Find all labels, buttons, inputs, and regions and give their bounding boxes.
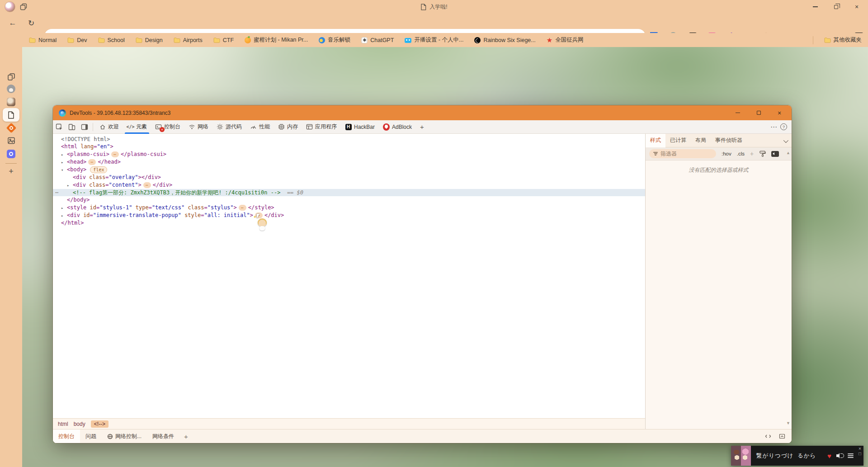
tab-hackbar[interactable]: H HackBar (341, 120, 379, 134)
bookmark-music-unlock[interactable]: 音乐解锁 (319, 36, 350, 44)
bookmark-r6[interactable]: Rainbow Six Siege... (474, 37, 535, 43)
red-star-icon: ★ (547, 37, 552, 43)
bookmark-bilibili[interactable]: 开播设置 - 个人中... (405, 36, 463, 44)
sidebar-app-icon[interactable] (0, 147, 22, 160)
tab-application[interactable]: 应用程序 (302, 120, 341, 134)
bookmark-folder[interactable]: Normal (29, 37, 57, 43)
expand-arrow-icon[interactable]: ▸ (61, 159, 67, 166)
inspect-element-icon[interactable] (53, 120, 66, 134)
drawer-tab-issues[interactable]: 问题 (80, 429, 102, 443)
drawer-tab-console[interactable]: 控制台 (53, 429, 80, 443)
dom-line[interactable]: ▸<style id="stylus-1" type="text/css" cl… (53, 204, 645, 212)
tab-event-listeners[interactable]: 事件侦听器 (711, 134, 747, 147)
back-icon[interactable]: ← (8, 18, 18, 28)
tab-welcome[interactable]: 欢迎 (95, 120, 123, 134)
sidebar-github-icon[interactable] (0, 82, 22, 95)
tab-memory[interactable]: 内存 (274, 120, 302, 134)
bookmark-folder[interactable]: School (98, 37, 125, 43)
widget-close-icon[interactable]: × (859, 446, 861, 451)
tab-elements[interactable]: </> 元素 (123, 120, 151, 134)
dom-line[interactable]: ▸<plasmo-csui>⋯</plasmo-csui> (53, 151, 645, 158)
tab-sources[interactable]: 源代码 (212, 120, 246, 134)
close-button[interactable]: × (846, 0, 867, 14)
bookmark-mikan[interactable]: 蜜柑计划 - Mikan Pr... (245, 36, 308, 44)
dom-line-selected[interactable]: ⋯<!-- flag第一部分: ZmxhZ3tXQTB3，开始你的新学期吧! :… (53, 189, 645, 196)
devtools-minimize-button[interactable] (727, 105, 748, 120)
scroll-down-arrow[interactable]: ▼ (786, 421, 790, 425)
bookmark-folder[interactable]: Airports (174, 37, 203, 43)
node-menu-dots-icon[interactable]: ⋯ (55, 189, 59, 196)
expand-arrow-icon[interactable]: ▸ (61, 151, 67, 158)
scroll-up-arrow[interactable]: ▲ (786, 151, 790, 155)
tab-layout[interactable]: 布局 (691, 134, 711, 147)
expand-arrow-icon[interactable]: ▸ (61, 204, 67, 212)
drawer-add-tab-icon[interactable]: + (179, 433, 193, 440)
styles-panel: 样式 已计算 布局 事件侦听器 筛选器 :hov .cls + 没有匹配的选择器… (645, 134, 792, 429)
widget-minimize-icon[interactable]: □ (859, 451, 861, 456)
profile-avatar[interactable] (5, 1, 15, 12)
dock-side-icon[interactable] (78, 120, 91, 134)
sidebar-avatar-tab[interactable] (0, 95, 22, 108)
sidebar-image-icon[interactable] (0, 134, 22, 147)
collapse-arrow-icon[interactable]: ▾ (61, 166, 67, 174)
paint-format-icon[interactable] (759, 151, 766, 157)
playlist-icon[interactable] (848, 453, 854, 459)
expand-arrow-icon[interactable]: ▸ (67, 182, 73, 189)
chevron-down-icon[interactable] (783, 138, 788, 143)
styles-filter-input[interactable]: 筛选器 (649, 149, 716, 158)
toggle-styles-sidebar-icon[interactable] (771, 151, 779, 157)
drawer-tab-network-control[interactable]: 网络控制... (102, 429, 147, 443)
breadcrumb-body[interactable]: body (74, 421, 85, 427)
sidebar-tab-actions-icon[interactable] (0, 71, 22, 83)
bookmark-zhengbing[interactable]: ★全国征兵网 (547, 36, 584, 44)
devtools-close-button[interactable]: × (769, 105, 790, 120)
bookmark-chatgpt[interactable]: ChatGPT (361, 37, 394, 43)
panel-expand-icon[interactable] (778, 433, 785, 440)
sidebar-orange-tool-icon[interactable] (0, 122, 22, 134)
refresh-icon[interactable]: ↻ (26, 18, 36, 28)
dom-line[interactable]: ▾<body>flex (53, 166, 645, 174)
sidebar-add-icon[interactable]: + (0, 166, 22, 177)
toggle-hover-state[interactable]: :hov (722, 151, 731, 156)
dom-line[interactable]: <html lang="en"> (53, 143, 645, 150)
expand-arrow-icon[interactable]: ▸ (61, 212, 67, 219)
dom-line[interactable]: </html> (53, 219, 645, 226)
restore-button[interactable] (826, 0, 846, 14)
tab-console[interactable]: × 控制台 (151, 120, 184, 134)
dom-line[interactable]: <!DOCTYPE html> (53, 136, 645, 143)
workspaces-icon[interactable] (20, 3, 27, 10)
volume-icon[interactable] (836, 453, 843, 458)
active-tab[interactable]: 入学啦! (420, 0, 447, 14)
breadcrumb-comment-selected[interactable]: <!--> (91, 420, 108, 428)
drawer-tab-network-conditions[interactable]: 网络条件 (147, 429, 179, 443)
dom-line[interactable]: <div class="overlay"></div> (53, 174, 645, 181)
minimize-button[interactable] (805, 0, 826, 14)
bookmark-folder[interactable]: CTF (213, 37, 234, 43)
device-toolbar-icon[interactable] (66, 120, 78, 134)
sidebar-document-tab-active[interactable] (0, 108, 22, 121)
tab-adblock[interactable]: AdBlock (379, 120, 416, 134)
tab-network[interactable]: 网络 (184, 120, 212, 134)
bookmark-folder[interactable]: Dev (67, 37, 87, 43)
bilibili-icon (405, 38, 411, 43)
dom-line[interactable]: ▸<div class="content">⋯</div> (53, 181, 645, 189)
devtools-titlebar[interactable]: DevTools - 39.106.48.123:35843/3ntranc3 … (53, 105, 792, 120)
screen: { "glyphs": { "expand": "▸", "collapse":… (0, 0, 868, 467)
like-heart-icon[interactable]: ♥ (827, 452, 831, 460)
toggle-class[interactable]: .cls (737, 151, 745, 156)
console-dock-icon[interactable] (764, 433, 771, 440)
tab-computed[interactable]: 已计算 (665, 134, 691, 147)
breadcrumb-html[interactable]: html (58, 421, 68, 427)
new-style-rule-icon[interactable]: + (750, 150, 754, 157)
dom-line[interactable]: </body> (53, 196, 645, 203)
devtools-maximize-button[interactable] (748, 105, 769, 120)
dom-line[interactable]: ▸<head>⋯</head> (53, 158, 645, 166)
devtools-help-icon[interactable]: ? (780, 123, 787, 130)
more-tabs-icon[interactable]: + (416, 120, 428, 134)
tab-styles[interactable]: 样式 (646, 134, 665, 147)
other-favorites[interactable]: 其他收藏夹 (824, 36, 862, 44)
bookmark-folder[interactable]: Design (136, 37, 163, 43)
tab-performance[interactable]: 性能 (246, 120, 274, 134)
devtools-more-icon[interactable]: ⋯ (770, 123, 778, 131)
dom-line[interactable]: ▸<div id="immersive-translate-popup" sty… (53, 212, 645, 219)
